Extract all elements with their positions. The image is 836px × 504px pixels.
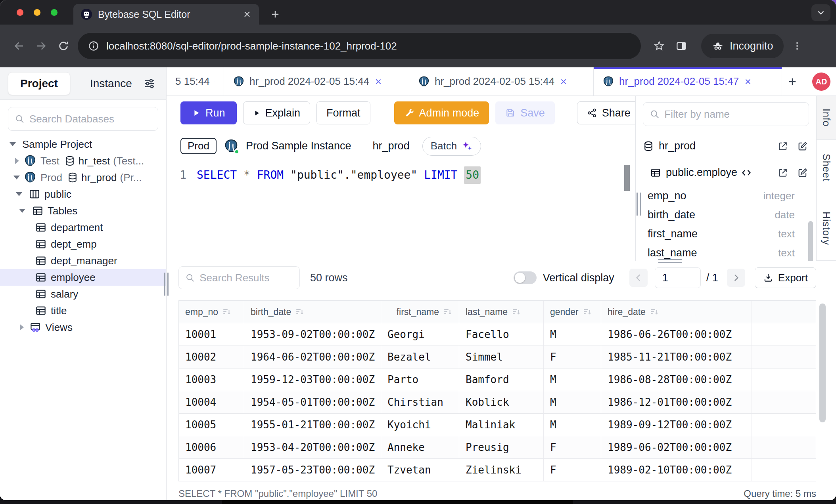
tree-item-table-dept_manager[interactable]: dept_manager — [0, 252, 166, 269]
caret-down-icon[interactable] — [19, 209, 25, 213]
caret-right-icon[interactable] — [15, 158, 19, 164]
tree-item-hr_prod[interactable]: Prod hr_prod (Pr... — [0, 169, 166, 186]
tab-search-button[interactable] — [811, 4, 830, 21]
column-header-hire_date[interactable]: hire_date — [601, 301, 752, 323]
vertical-display-toggle[interactable] — [514, 271, 537, 284]
search-results-input[interactable] — [199, 272, 293, 284]
table-row[interactable]: 100021964-06-02T00:00:00ZBezalelSimmelF1… — [179, 346, 816, 368]
tree-item-table-salary[interactable]: salary — [0, 286, 166, 302]
column-header-last_name[interactable]: last_name — [459, 301, 543, 323]
rail-tab-history[interactable]: History — [817, 196, 836, 261]
table-row[interactable]: 100011953-09-02T00:00:00ZGeorgiFacelloM1… — [179, 323, 816, 346]
results-splitter[interactable] — [167, 261, 836, 261]
rail-tab-sheet[interactable]: Sheet — [817, 140, 836, 196]
tree-item-table-employee[interactable]: employee — [0, 269, 166, 286]
tab-project[interactable]: Project — [8, 72, 70, 95]
side-panel-button[interactable] — [670, 35, 692, 57]
search-databases-input[interactable] — [29, 113, 151, 125]
schema-resize-handle[interactable] — [637, 193, 641, 216]
database-search[interactable] — [8, 107, 158, 131]
schema-database-row[interactable]: hr_prod — [636, 133, 816, 159]
tree-item-table-dept_emp[interactable]: dept_emp — [0, 236, 166, 252]
tab-instance[interactable]: Instance — [90, 77, 132, 90]
tree-item-table-department[interactable]: department — [0, 219, 166, 236]
tree-item-hr_test[interactable]: Test hr_test (Test... — [0, 153, 166, 169]
column-row[interactable]: first_nametext — [636, 224, 816, 243]
editor-tab-2[interactable]: hr_prod 2024-02-05 15:44 — [224, 67, 409, 95]
browser-tab[interactable]: Bytebase SQL Editor — [73, 4, 259, 25]
table-row[interactable]: 100051955-01-21T00:00:00ZKyoichiMaliniak… — [179, 413, 816, 436]
external-link-icon[interactable] — [777, 167, 788, 178]
new-tab-button[interactable] — [267, 6, 284, 23]
admin-mode-button[interactable]: Admin mode — [394, 101, 489, 124]
prev-page-button[interactable] — [629, 269, 648, 287]
sort-icon[interactable] — [222, 307, 232, 317]
close-tab-icon[interactable] — [374, 77, 383, 86]
caret-right-icon[interactable] — [20, 324, 24, 330]
column-row[interactable]: birth_datedate — [636, 205, 816, 224]
sort-icon[interactable] — [512, 307, 521, 317]
next-page-button[interactable] — [727, 269, 745, 287]
external-link-icon[interactable] — [777, 141, 788, 152]
edit-icon[interactable] — [797, 167, 808, 178]
caret-down-icon[interactable] — [10, 142, 16, 146]
column-header-emp_no[interactable]: emp_no — [179, 301, 244, 323]
page-number-input[interactable] — [655, 267, 701, 288]
tree-item-views[interactable]: Views — [0, 319, 166, 336]
new-query-tab-button[interactable] — [782, 67, 803, 95]
results-search[interactable] — [178, 266, 300, 289]
url-bar[interactable]: localhost:8080/sql-editor/prod-sample-in… — [78, 33, 641, 59]
editor-tab-4-active[interactable]: hr_prod 2024-02-05 15:47 — [594, 67, 782, 95]
column-header-birth_date[interactable]: birth_date — [244, 301, 381, 323]
close-window-button[interactable] — [17, 9, 23, 16]
sort-icon[interactable] — [443, 307, 453, 317]
save-button[interactable]: Save — [495, 101, 555, 124]
tree-item-project[interactable]: Sample Project — [0, 136, 166, 153]
code-icon[interactable] — [740, 167, 752, 179]
export-button[interactable]: Export — [755, 267, 816, 288]
table-row[interactable]: 100071957-05-23T00:00:00ZTzvetanZielinsk… — [179, 458, 816, 481]
bookmark-button[interactable] — [648, 35, 670, 57]
forward-button[interactable] — [30, 35, 52, 57]
schema-table-row[interactable]: public.employe — [636, 159, 816, 186]
schema-scrollbar[interactable] — [808, 221, 813, 261]
column-row[interactable]: emp_nointeger — [636, 186, 816, 205]
zoom-window-button[interactable] — [51, 9, 58, 16]
tree-item-table-title[interactable]: title — [0, 302, 166, 319]
avatar[interactable]: AD — [812, 73, 830, 91]
editor-tab-3[interactable]: hr_prod 2024-02-05 15:44 — [409, 67, 594, 95]
minimize-window-button[interactable] — [34, 9, 40, 16]
splitter-handle[interactable] — [658, 259, 682, 263]
close-tab-icon[interactable] — [215, 77, 215, 86]
close-tab-icon[interactable] — [559, 77, 568, 86]
share-button[interactable]: Share — [577, 101, 640, 124]
caret-down-icon[interactable] — [13, 176, 20, 179]
table-scrollbar[interactable] — [819, 304, 826, 422]
back-button[interactable] — [8, 35, 30, 57]
explain-button[interactable]: Explain — [243, 101, 311, 124]
column-header-first_name[interactable]: first_name — [381, 301, 459, 323]
instance-name[interactable]: Prod Sample Instance — [246, 140, 351, 152]
batch-button[interactable]: Batch — [422, 137, 481, 156]
site-info-icon[interactable] — [88, 40, 99, 52]
database-name[interactable]: hr_prod — [373, 140, 410, 152]
tree-item-public-schema[interactable]: public — [0, 186, 166, 202]
editor-tab-1[interactable]: 5 15:44 — [167, 67, 224, 95]
table-row[interactable]: 100031959-12-03T00:00:00ZPartoBamfordM19… — [179, 368, 816, 391]
format-button[interactable]: Format — [316, 101, 370, 124]
schema-filter[interactable] — [643, 102, 809, 126]
run-button[interactable]: Run — [180, 101, 237, 124]
edit-icon[interactable] — [797, 141, 808, 152]
close-tab-icon[interactable] — [242, 10, 252, 19]
close-tab-icon[interactable] — [744, 77, 752, 86]
reload-button[interactable] — [52, 35, 75, 57]
browser-menu-button[interactable] — [786, 35, 808, 57]
sort-icon[interactable] — [650, 307, 659, 317]
column-row[interactable]: last_nametext — [636, 243, 816, 261]
editor-scrollbar[interactable] — [624, 165, 630, 191]
sidebar-resize-handle[interactable] — [164, 273, 169, 296]
settings-icon[interactable] — [143, 77, 156, 90]
sort-icon[interactable] — [583, 307, 592, 317]
filter-by-name-input[interactable] — [664, 108, 802, 120]
table-row[interactable]: 100061953-04-20T00:00:00ZAnnekePreusigF1… — [179, 436, 816, 458]
